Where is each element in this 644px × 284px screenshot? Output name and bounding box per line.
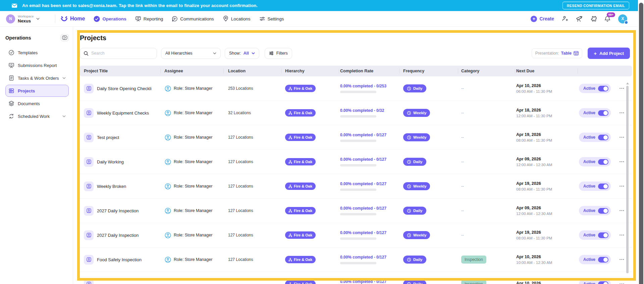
status-toggle[interactable]: Active xyxy=(579,182,611,191)
row-actions-menu[interactable]: ••• xyxy=(620,160,625,163)
completion-rate-text: 0.00% completed - 0/127 xyxy=(340,182,386,186)
project-title-link[interactable]: Food Safety Inspection xyxy=(97,257,142,262)
hierarchy-name: Fire & Oak xyxy=(294,111,312,115)
hierarchy-badge: Fire & Oak xyxy=(285,280,316,284)
status-toggle[interactable]: Active xyxy=(579,230,611,240)
frequency-value: Weekly xyxy=(413,184,426,188)
status-toggle[interactable]: Active xyxy=(579,206,611,215)
filters-icon xyxy=(269,51,274,56)
row-actions-menu[interactable]: ••• xyxy=(620,136,625,139)
report-board-icon xyxy=(135,16,141,22)
status-toggle[interactable]: Active xyxy=(579,84,611,93)
sidebar-item-templates[interactable]: Templates xyxy=(5,47,69,59)
refresh-clock-icon xyxy=(407,111,411,115)
search-icon xyxy=(84,51,89,56)
workspace-switcher[interactable]: N Workspace Nexus xyxy=(0,14,50,23)
status-label: Active xyxy=(583,257,595,262)
row-actions-menu[interactable]: ••• xyxy=(620,282,625,284)
column-header-6: Frequency xyxy=(399,66,458,76)
row-actions-menu[interactable]: ••• xyxy=(620,185,625,188)
column-header-5: Completion Rate xyxy=(339,66,399,76)
table-scrollbar-thumb[interactable] xyxy=(626,86,629,273)
status-toggle[interactable]: Active xyxy=(579,255,611,264)
project-icon xyxy=(84,206,94,216)
add-project-button[interactable]: + Add Project xyxy=(588,48,630,59)
row-actions-menu[interactable]: ••• xyxy=(620,87,625,90)
location-count: 127 Locations xyxy=(228,135,253,140)
location-count: 127 Locations xyxy=(228,257,253,262)
page-scrollbar[interactable] xyxy=(638,0,644,284)
presentation-value: Table xyxy=(561,51,572,56)
row-actions-menu[interactable]: ••• xyxy=(620,233,625,237)
filters-button[interactable]: Filters xyxy=(265,48,292,59)
scroll-up-arrow-icon[interactable] xyxy=(626,82,629,84)
completion-rate-text: 0.00% completed - 0/127 xyxy=(340,279,386,284)
sidebar-item-scheduled-work[interactable]: Scheduled Work xyxy=(5,110,69,122)
sidebar-item-label: Documents xyxy=(18,101,40,106)
sidebar-item-documents[interactable]: Documents xyxy=(5,97,69,110)
collapse-sidebar-icon[interactable] xyxy=(61,34,69,41)
row-actions-menu[interactable]: ••• xyxy=(620,209,625,212)
resend-confirmation-button[interactable]: RESEND CONFIRMATION EMAIL xyxy=(562,2,629,9)
assignee-name: Role: Store Manager xyxy=(174,111,212,115)
frequency-badge: Daily xyxy=(403,84,426,92)
hierarchy-badge: Fire & Oak xyxy=(285,183,316,190)
project-icon xyxy=(84,84,94,93)
project-title-link[interactable]: Daily Store Opening Checkli xyxy=(97,86,152,91)
check-circle-icon xyxy=(8,50,14,56)
nav-locations[interactable]: Locations xyxy=(223,16,251,22)
frequency-value: Weekly xyxy=(413,233,426,237)
nav-reporting[interactable]: Reporting xyxy=(135,16,163,22)
toggle-on-switch xyxy=(598,110,608,116)
sidebar-item-projects[interactable]: Projects xyxy=(5,85,69,97)
hierarchy-name: Fire & Oak xyxy=(294,184,312,188)
assignee-icon xyxy=(164,256,171,263)
row-actions-menu[interactable]: ••• xyxy=(620,258,625,261)
frequency-value: Daily xyxy=(413,160,423,164)
confirmation-banner: An email has been sent to sales@xenia.te… xyxy=(0,0,644,11)
status-toggle[interactable]: Active xyxy=(579,157,611,166)
nav-home[interactable]: Home xyxy=(60,15,85,22)
frequency-badge: Daily xyxy=(403,256,426,264)
nav-settings[interactable]: Settings xyxy=(259,16,284,22)
presentation-select[interactable]: Presentation: Table xyxy=(532,48,582,58)
status-toggle[interactable]: Active xyxy=(579,279,611,284)
project-title-link[interactable]: Weekly Equipment Checks xyxy=(97,111,149,116)
project-title-link[interactable]: Test project xyxy=(97,135,119,140)
project-title-link[interactable]: 2027 Daily Inspection xyxy=(97,208,139,213)
column-header-3: Location xyxy=(223,66,281,76)
project-icon xyxy=(84,230,94,240)
row-actions-menu[interactable]: ••• xyxy=(620,111,625,115)
announcements-icon[interactable] xyxy=(576,15,583,22)
notifications-bell-icon[interactable]: 99+ xyxy=(604,15,611,22)
table-row: Fire & Oak 0.00% completed - 0/127 Daily… xyxy=(80,272,632,284)
nav-communications[interactable]: Communications xyxy=(172,16,214,22)
table-scrollbar[interactable] xyxy=(626,82,629,273)
invite-user-icon[interactable] xyxy=(561,15,568,22)
category-badge: -- xyxy=(461,135,464,140)
plus-icon: + xyxy=(531,16,537,22)
category-badge: -- xyxy=(461,86,464,91)
completion-rate-text: 0.00% completed - 0/127 xyxy=(340,206,386,211)
sidebar-item-submissions-report[interactable]: Submissions Report xyxy=(5,59,69,71)
notification-count-badge: 99+ xyxy=(607,12,615,17)
integrations-icon[interactable] xyxy=(590,15,597,22)
sidebar-item-tasks-work-orders[interactable]: Tasks & Work Orders xyxy=(5,72,69,84)
search-input[interactable] xyxy=(91,51,145,56)
status-toggle[interactable]: Active xyxy=(579,108,611,118)
user-avatar[interactable]: X xyxy=(618,14,627,23)
workspace-label: Workspace xyxy=(18,14,34,18)
nav-operations[interactable]: Operations xyxy=(94,16,126,22)
project-title-link[interactable]: Daily Working xyxy=(97,159,124,164)
status-toggle[interactable]: Active xyxy=(579,133,611,142)
page-scrollbar-thumb[interactable] xyxy=(639,3,643,284)
user-initial: X xyxy=(621,16,624,21)
category-badge: -- xyxy=(461,159,464,164)
hierarchy-filter-select[interactable]: All Hierarchies xyxy=(161,48,221,59)
create-button[interactable]: + Create xyxy=(531,16,554,22)
project-title-link[interactable]: Weekly Broken xyxy=(97,184,126,189)
nav-settings-label: Settings xyxy=(268,16,284,21)
check-circle-icon xyxy=(94,16,100,22)
show-filter-select[interactable]: Show: All xyxy=(225,48,259,59)
project-title-link[interactable]: 2027 Daily Inspection xyxy=(97,233,139,238)
